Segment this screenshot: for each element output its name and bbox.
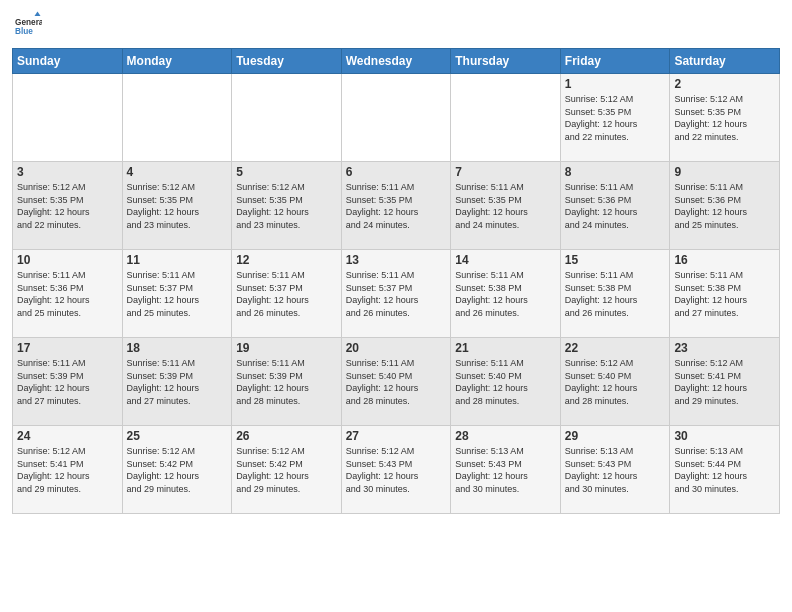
day-number: 26 <box>236 429 337 443</box>
calendar-body: 1Sunrise: 5:12 AM Sunset: 5:35 PM Daylig… <box>13 74 780 514</box>
calendar-cell: 23Sunrise: 5:12 AM Sunset: 5:41 PM Dayli… <box>670 338 780 426</box>
day-info: Sunrise: 5:11 AM Sunset: 5:38 PM Dayligh… <box>565 269 666 319</box>
calendar-cell: 24Sunrise: 5:12 AM Sunset: 5:41 PM Dayli… <box>13 426 123 514</box>
day-number: 7 <box>455 165 556 179</box>
day-number: 19 <box>236 341 337 355</box>
day-info: Sunrise: 5:11 AM Sunset: 5:38 PM Dayligh… <box>674 269 775 319</box>
day-info: Sunrise: 5:12 AM Sunset: 5:40 PM Dayligh… <box>565 357 666 407</box>
day-number: 21 <box>455 341 556 355</box>
day-info: Sunrise: 5:11 AM Sunset: 5:36 PM Dayligh… <box>674 181 775 231</box>
calendar-cell: 18Sunrise: 5:11 AM Sunset: 5:39 PM Dayli… <box>122 338 232 426</box>
day-number: 2 <box>674 77 775 91</box>
day-number: 20 <box>346 341 447 355</box>
day-number: 22 <box>565 341 666 355</box>
day-info: Sunrise: 5:11 AM Sunset: 5:39 PM Dayligh… <box>127 357 228 407</box>
day-number: 6 <box>346 165 447 179</box>
week-row-1: 1Sunrise: 5:12 AM Sunset: 5:35 PM Daylig… <box>13 74 780 162</box>
weekday-header-thursday: Thursday <box>451 49 561 74</box>
weekday-header-monday: Monday <box>122 49 232 74</box>
calendar-cell: 8Sunrise: 5:11 AM Sunset: 5:36 PM Daylig… <box>560 162 670 250</box>
day-number: 28 <box>455 429 556 443</box>
day-number: 11 <box>127 253 228 267</box>
calendar-cell: 21Sunrise: 5:11 AM Sunset: 5:40 PM Dayli… <box>451 338 561 426</box>
calendar-cell <box>451 74 561 162</box>
calendar-cell: 16Sunrise: 5:11 AM Sunset: 5:38 PM Dayli… <box>670 250 780 338</box>
day-info: Sunrise: 5:11 AM Sunset: 5:40 PM Dayligh… <box>346 357 447 407</box>
weekday-header-sunday: Sunday <box>13 49 123 74</box>
day-info: Sunrise: 5:12 AM Sunset: 5:42 PM Dayligh… <box>127 445 228 495</box>
week-row-2: 3Sunrise: 5:12 AM Sunset: 5:35 PM Daylig… <box>13 162 780 250</box>
calendar-cell: 30Sunrise: 5:13 AM Sunset: 5:44 PM Dayli… <box>670 426 780 514</box>
header: General Blue <box>12 10 780 40</box>
day-info: Sunrise: 5:13 AM Sunset: 5:43 PM Dayligh… <box>565 445 666 495</box>
day-info: Sunrise: 5:12 AM Sunset: 5:43 PM Dayligh… <box>346 445 447 495</box>
calendar-cell: 3Sunrise: 5:12 AM Sunset: 5:35 PM Daylig… <box>13 162 123 250</box>
calendar-cell: 25Sunrise: 5:12 AM Sunset: 5:42 PM Dayli… <box>122 426 232 514</box>
calendar-cell: 7Sunrise: 5:11 AM Sunset: 5:35 PM Daylig… <box>451 162 561 250</box>
day-number: 5 <box>236 165 337 179</box>
day-number: 15 <box>565 253 666 267</box>
day-info: Sunrise: 5:12 AM Sunset: 5:35 PM Dayligh… <box>236 181 337 231</box>
day-number: 30 <box>674 429 775 443</box>
calendar-cell: 22Sunrise: 5:12 AM Sunset: 5:40 PM Dayli… <box>560 338 670 426</box>
weekday-header-friday: Friday <box>560 49 670 74</box>
day-info: Sunrise: 5:11 AM Sunset: 5:39 PM Dayligh… <box>236 357 337 407</box>
day-number: 1 <box>565 77 666 91</box>
day-number: 18 <box>127 341 228 355</box>
week-row-4: 17Sunrise: 5:11 AM Sunset: 5:39 PM Dayli… <box>13 338 780 426</box>
calendar-cell: 27Sunrise: 5:12 AM Sunset: 5:43 PM Dayli… <box>341 426 451 514</box>
calendar-cell: 10Sunrise: 5:11 AM Sunset: 5:36 PM Dayli… <box>13 250 123 338</box>
calendar-cell <box>122 74 232 162</box>
page: General Blue SundayMondayTuesdayWednesda… <box>0 0 792 612</box>
day-number: 8 <box>565 165 666 179</box>
day-info: Sunrise: 5:11 AM Sunset: 5:40 PM Dayligh… <box>455 357 556 407</box>
day-info: Sunrise: 5:11 AM Sunset: 5:39 PM Dayligh… <box>17 357 118 407</box>
calendar-cell: 20Sunrise: 5:11 AM Sunset: 5:40 PM Dayli… <box>341 338 451 426</box>
day-info: Sunrise: 5:12 AM Sunset: 5:41 PM Dayligh… <box>674 357 775 407</box>
day-info: Sunrise: 5:12 AM Sunset: 5:35 PM Dayligh… <box>17 181 118 231</box>
day-info: Sunrise: 5:13 AM Sunset: 5:43 PM Dayligh… <box>455 445 556 495</box>
calendar-cell <box>13 74 123 162</box>
calendar-cell: 9Sunrise: 5:11 AM Sunset: 5:36 PM Daylig… <box>670 162 780 250</box>
day-info: Sunrise: 5:12 AM Sunset: 5:41 PM Dayligh… <box>17 445 118 495</box>
calendar-cell: 1Sunrise: 5:12 AM Sunset: 5:35 PM Daylig… <box>560 74 670 162</box>
calendar-cell: 17Sunrise: 5:11 AM Sunset: 5:39 PM Dayli… <box>13 338 123 426</box>
calendar-cell: 12Sunrise: 5:11 AM Sunset: 5:37 PM Dayli… <box>232 250 342 338</box>
calendar-cell: 4Sunrise: 5:12 AM Sunset: 5:35 PM Daylig… <box>122 162 232 250</box>
weekday-header-tuesday: Tuesday <box>232 49 342 74</box>
calendar-cell: 13Sunrise: 5:11 AM Sunset: 5:37 PM Dayli… <box>341 250 451 338</box>
week-row-3: 10Sunrise: 5:11 AM Sunset: 5:36 PM Dayli… <box>13 250 780 338</box>
calendar-cell <box>341 74 451 162</box>
day-number: 17 <box>17 341 118 355</box>
logo-icon: General Blue <box>12 10 42 40</box>
day-number: 14 <box>455 253 556 267</box>
calendar-cell: 29Sunrise: 5:13 AM Sunset: 5:43 PM Dayli… <box>560 426 670 514</box>
calendar-cell <box>232 74 342 162</box>
day-number: 4 <box>127 165 228 179</box>
day-info: Sunrise: 5:11 AM Sunset: 5:35 PM Dayligh… <box>455 181 556 231</box>
day-info: Sunrise: 5:12 AM Sunset: 5:42 PM Dayligh… <box>236 445 337 495</box>
day-info: Sunrise: 5:12 AM Sunset: 5:35 PM Dayligh… <box>674 93 775 143</box>
day-number: 27 <box>346 429 447 443</box>
day-info: Sunrise: 5:11 AM Sunset: 5:37 PM Dayligh… <box>127 269 228 319</box>
calendar: SundayMondayTuesdayWednesdayThursdayFrid… <box>12 48 780 514</box>
calendar-cell: 6Sunrise: 5:11 AM Sunset: 5:35 PM Daylig… <box>341 162 451 250</box>
day-number: 23 <box>674 341 775 355</box>
weekday-header-wednesday: Wednesday <box>341 49 451 74</box>
day-number: 24 <box>17 429 118 443</box>
day-number: 13 <box>346 253 447 267</box>
day-info: Sunrise: 5:11 AM Sunset: 5:38 PM Dayligh… <box>455 269 556 319</box>
svg-text:Blue: Blue <box>15 27 33 36</box>
calendar-cell: 28Sunrise: 5:13 AM Sunset: 5:43 PM Dayli… <box>451 426 561 514</box>
day-info: Sunrise: 5:11 AM Sunset: 5:37 PM Dayligh… <box>236 269 337 319</box>
day-info: Sunrise: 5:11 AM Sunset: 5:36 PM Dayligh… <box>17 269 118 319</box>
calendar-header: SundayMondayTuesdayWednesdayThursdayFrid… <box>13 49 780 74</box>
calendar-cell: 15Sunrise: 5:11 AM Sunset: 5:38 PM Dayli… <box>560 250 670 338</box>
day-info: Sunrise: 5:11 AM Sunset: 5:36 PM Dayligh… <box>565 181 666 231</box>
day-info: Sunrise: 5:13 AM Sunset: 5:44 PM Dayligh… <box>674 445 775 495</box>
day-info: Sunrise: 5:12 AM Sunset: 5:35 PM Dayligh… <box>565 93 666 143</box>
week-row-5: 24Sunrise: 5:12 AM Sunset: 5:41 PM Dayli… <box>13 426 780 514</box>
calendar-cell: 11Sunrise: 5:11 AM Sunset: 5:37 PM Dayli… <box>122 250 232 338</box>
calendar-cell: 2Sunrise: 5:12 AM Sunset: 5:35 PM Daylig… <box>670 74 780 162</box>
day-info: Sunrise: 5:11 AM Sunset: 5:37 PM Dayligh… <box>346 269 447 319</box>
